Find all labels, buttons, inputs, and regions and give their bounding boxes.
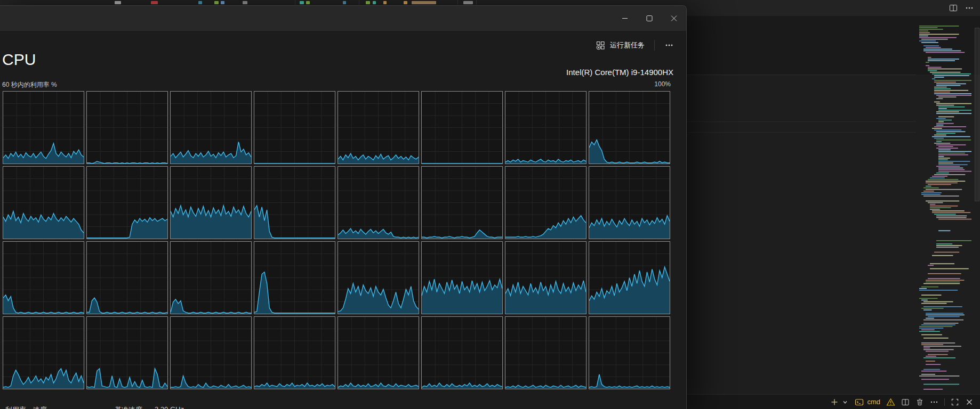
cpu-core-graph-7[interactable] xyxy=(505,91,587,164)
cpu-core-graph-23[interactable] xyxy=(505,241,587,314)
utilization-axis-label: 60 秒内的利用率 % xyxy=(2,80,57,89)
cpu-core-graph-3[interactable] xyxy=(170,91,252,164)
task-manager-toolbar: 运行新任务 xyxy=(592,36,678,55)
terminal-shell-label[interactable]: cmd xyxy=(867,398,880,406)
cpu-core-graph-2[interactable] xyxy=(86,91,168,164)
scrollbar-thumb[interactable] xyxy=(975,28,979,201)
tab-icon-fragment[interactable] xyxy=(412,1,436,4)
cpu-core-graph-11[interactable] xyxy=(170,166,252,239)
cpu-core-graph-10[interactable] xyxy=(86,166,168,239)
kill-terminal-trash-icon[interactable] xyxy=(915,398,924,406)
tab-separator xyxy=(295,0,295,5)
close-icon xyxy=(662,6,686,31)
cpu-core-graph-16[interactable] xyxy=(589,166,670,239)
cpu-core-graph-29[interactable] xyxy=(338,316,419,389)
tab-separator xyxy=(359,0,359,5)
tab-icon-fragment[interactable] xyxy=(373,1,376,4)
speed-label: 速度 xyxy=(33,405,47,409)
run-new-task-button[interactable]: 运行新任务 xyxy=(592,37,649,53)
minimap[interactable] xyxy=(918,23,975,392)
cpu-core-graph-27[interactable] xyxy=(170,316,252,389)
tab-icon-fragment[interactable] xyxy=(383,1,387,4)
new-terminal-icon[interactable] xyxy=(830,398,839,406)
tab-icon-fragment[interactable] xyxy=(463,1,473,4)
maximize-icon xyxy=(637,6,662,31)
processor-name: Intel(R) Core(TM) i9-14900HX xyxy=(566,68,673,77)
terminal-profile-chevron-icon[interactable] xyxy=(841,398,849,406)
tab-icon-fragment[interactable] xyxy=(306,1,310,4)
tab-icon-fragment[interactable] xyxy=(366,1,370,4)
cpu-core-graph-26[interactable] xyxy=(86,316,168,389)
page-title: CPU xyxy=(2,51,36,69)
tab-icon-fragment[interactable] xyxy=(151,1,158,4)
cpu-core-graph-14[interactable] xyxy=(421,166,503,239)
maximize-panel-icon[interactable] xyxy=(951,398,959,406)
terminal-actions-separator xyxy=(944,398,945,406)
cpu-core-graph-13[interactable] xyxy=(338,166,419,239)
tab-icon-fragment[interactable] xyxy=(404,1,407,4)
base-speed-label: 基准速度 xyxy=(115,405,142,409)
cpu-core-graph-17[interactable] xyxy=(3,241,84,314)
cpu-core-graph-6[interactable] xyxy=(421,91,503,164)
tab-icon-fragment[interactable] xyxy=(198,1,202,4)
tab-icon-fragment[interactable] xyxy=(343,1,346,4)
terminal-panel-header: cmd xyxy=(666,394,980,409)
run-new-task-icon xyxy=(596,41,605,50)
toolbar-divider xyxy=(654,40,655,51)
axis-max-label: 100% xyxy=(654,80,671,88)
tab-separator xyxy=(476,0,477,5)
tab-separator xyxy=(457,0,458,5)
toolbar-more-button[interactable] xyxy=(660,38,678,53)
cpu-core-graph-12[interactable] xyxy=(254,166,335,239)
cpu-core-graph-22[interactable] xyxy=(421,241,503,314)
tab-icon-fragment[interactable] xyxy=(221,1,224,4)
cpu-core-graph-31[interactable] xyxy=(505,316,587,389)
tab-icon-fragment[interactable] xyxy=(115,1,121,4)
cpu-core-graph-25[interactable] xyxy=(3,316,84,389)
close-panel-icon[interactable] xyxy=(965,398,974,406)
cpu-core-graph-19[interactable] xyxy=(170,241,252,314)
terminal-more-icon[interactable] xyxy=(930,398,938,406)
tab-icon-fragment[interactable] xyxy=(300,1,304,4)
cpu-core-graph-28[interactable] xyxy=(254,316,335,389)
tab-icon-fragment[interactable] xyxy=(243,1,247,4)
utilization-label: 利用率 xyxy=(5,405,26,409)
cpu-details-footer: 利用率 速度 基准速度 3.20 GHz xyxy=(0,405,686,409)
run-new-task-label: 运行新任务 xyxy=(610,40,645,50)
terminal-warning-icon[interactable] xyxy=(886,398,895,406)
split-editor-icon[interactable] xyxy=(949,4,958,12)
current-line-bottom-edge xyxy=(688,132,916,133)
cpu-core-graph-20[interactable] xyxy=(254,241,335,314)
base-speed-value: 3.20 GHz xyxy=(155,405,184,409)
cpu-core-graph-4[interactable] xyxy=(254,91,335,164)
cpu-core-graph-30[interactable] xyxy=(421,316,503,389)
maximize-button[interactable] xyxy=(637,6,662,31)
cpu-core-graph-8[interactable] xyxy=(589,91,670,164)
cpu-core-graph-24[interactable] xyxy=(589,241,670,314)
task-manager-window: 运行新任务 CPU Intel(R) Core(TM) i9-14900HX 6… xyxy=(0,5,687,409)
editor-group-divider xyxy=(687,75,916,75)
cpu-core-graph-15[interactable] xyxy=(505,166,587,239)
logical-processors-grid xyxy=(3,91,670,389)
cpu-core-graph-32[interactable] xyxy=(589,316,670,389)
cpu-core-graph-5[interactable] xyxy=(338,91,419,164)
more-actions-icon[interactable] xyxy=(965,4,974,12)
task-manager-titlebar[interactable] xyxy=(0,6,686,31)
toolbar-more-icon xyxy=(664,41,674,50)
current-line-top-edge xyxy=(688,121,916,122)
close-button[interactable] xyxy=(662,6,686,31)
editor-scrollbar[interactable] xyxy=(975,16,980,394)
cmd-terminal-icon[interactable] xyxy=(855,398,864,406)
cpu-core-graph-21[interactable] xyxy=(338,241,419,314)
cpu-core-graph-18[interactable] xyxy=(86,241,168,314)
cpu-core-graph-9[interactable] xyxy=(3,166,84,239)
window-controls xyxy=(613,6,686,31)
minimize-button[interactable] xyxy=(613,6,637,31)
tab-icon-fragment[interactable] xyxy=(214,1,219,4)
split-terminal-icon[interactable] xyxy=(901,398,910,406)
cpu-core-graph-1[interactable] xyxy=(3,91,84,164)
minimize-icon xyxy=(613,6,637,31)
editor-actions xyxy=(949,0,974,16)
